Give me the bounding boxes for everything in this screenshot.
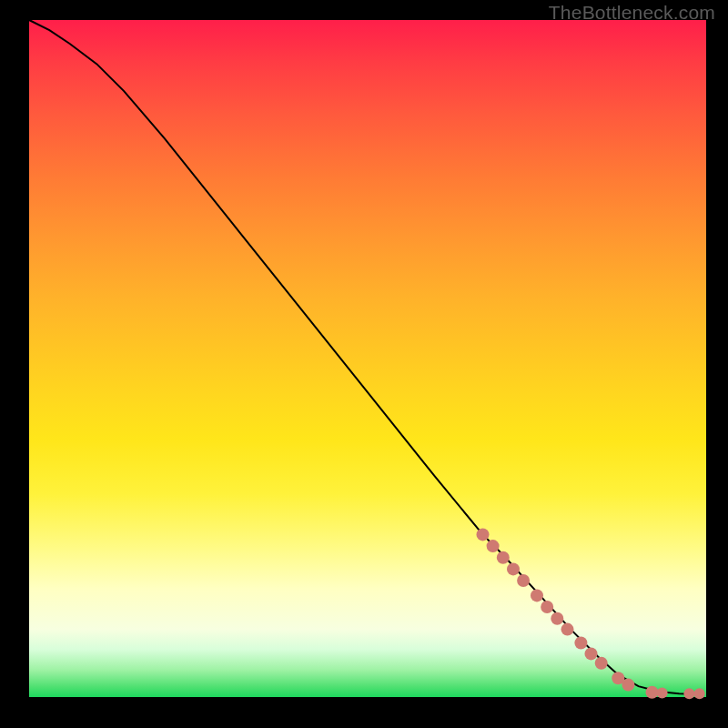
sample-point	[694, 688, 705, 699]
sample-point	[497, 551, 510, 564]
sample-point	[646, 686, 659, 699]
sample-point	[507, 562, 520, 575]
sample-point	[517, 574, 530, 587]
sample-point	[595, 657, 608, 670]
sample-point	[541, 601, 553, 613]
sample-point	[657, 688, 668, 699]
chart-svg	[29, 20, 706, 697]
sample-point	[477, 528, 490, 541]
sample-point	[487, 540, 500, 552]
chart-stage: TheBottleneck.com	[0, 0, 728, 728]
sample-point	[551, 612, 563, 625]
sample-point	[585, 647, 598, 660]
bottleneck-curve	[29, 20, 700, 694]
sample-point	[561, 623, 574, 636]
sample-point	[622, 679, 634, 692]
sample-point	[574, 637, 587, 650]
sample-point	[683, 688, 694, 699]
sample-point	[531, 589, 543, 602]
sample-points-group	[477, 528, 705, 699]
plot-area	[29, 20, 706, 697]
